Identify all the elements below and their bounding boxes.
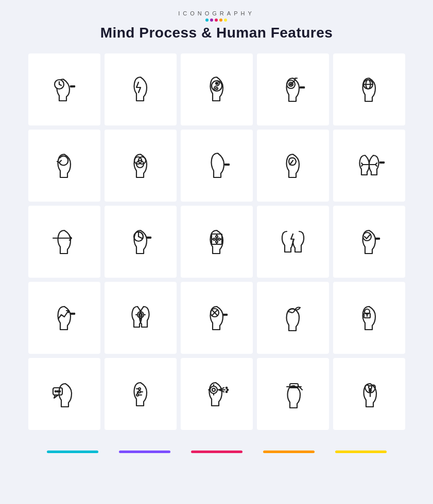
dot-5 (224, 19, 227, 22)
footer-bar-orange (263, 451, 315, 453)
icon-hat-mind[interactable] (257, 358, 329, 430)
icon-gear-mind[interactable] (105, 282, 177, 354)
svg-point-78 (138, 391, 141, 393)
svg-point-81 (212, 388, 215, 391)
icon-thunder-brain[interactable] (105, 53, 177, 125)
svg-point-12 (290, 84, 291, 85)
dot-1 (205, 19, 209, 22)
icon-global-mind[interactable] (333, 53, 405, 125)
icon-circles-mind[interactable] (105, 130, 177, 202)
icon-growth-mind[interactable] (28, 282, 100, 354)
dot-4 (219, 19, 222, 22)
icon-thunder-heart-mind[interactable] (257, 206, 329, 278)
icon-compare-minds[interactable] (333, 130, 405, 202)
icon-bird-mind[interactable] (257, 282, 329, 354)
icon-cancel-mind[interactable] (181, 282, 253, 354)
icon-flower-mind[interactable] (333, 358, 405, 430)
footer-bar-pink (191, 451, 243, 453)
icon-nature-mind[interactable] (257, 130, 329, 202)
svg-point-63 (226, 314, 227, 315)
brand-dots (205, 19, 227, 22)
svg-point-43 (213, 238, 215, 240)
svg-point-24 (228, 164, 229, 165)
icon-arrow-mind[interactable] (28, 206, 100, 278)
svg-point-7 (216, 82, 218, 84)
svg-point-77 (138, 388, 141, 390)
icon-side-face[interactable] (181, 130, 253, 202)
svg-point-42 (216, 241, 218, 243)
icon-check-mind[interactable] (333, 206, 405, 278)
footer-bar-cyan (47, 451, 98, 453)
dot-2 (210, 19, 213, 22)
svg-point-90 (227, 389, 228, 390)
icon-lock-mind[interactable] (333, 282, 405, 354)
svg-point-80 (210, 386, 217, 393)
footer-bar-purple (119, 451, 170, 453)
icon-refresh-mind[interactable] (28, 130, 100, 202)
svg-point-79 (136, 394, 138, 396)
svg-line-25 (290, 160, 293, 165)
icon-gear-process-mind[interactable] (181, 358, 253, 430)
svg-point-15 (303, 87, 304, 88)
svg-point-53 (139, 313, 142, 316)
icon-puzzle-mind[interactable] (181, 206, 253, 278)
svg-line-33 (138, 237, 143, 239)
svg-point-5 (73, 86, 74, 87)
page-header: ICONOGRAPHY Mind Process & Human Feature… (100, 10, 333, 41)
svg-point-69 (57, 391, 58, 392)
svg-point-51 (73, 313, 74, 314)
icon-time-mind[interactable] (28, 53, 100, 125)
svg-point-8 (216, 87, 218, 89)
footer-bars (47, 451, 387, 453)
icon-speech-mind[interactable] (28, 358, 100, 430)
icon-yinyang-mind[interactable] (181, 53, 253, 125)
svg-point-98 (369, 386, 372, 389)
icon-circuit-mind[interactable] (105, 358, 177, 430)
svg-point-29 (383, 162, 384, 163)
dot-3 (215, 19, 218, 22)
svg-point-70 (59, 391, 60, 392)
svg-point-48 (378, 238, 379, 239)
svg-point-68 (55, 391, 56, 392)
icon-target-mind[interactable] (257, 53, 329, 125)
icon-pie-mind[interactable] (105, 206, 177, 278)
footer-bar-yellow (335, 451, 387, 453)
svg-point-41 (216, 236, 218, 238)
page-title: Mind Process & Human Features (100, 25, 333, 41)
svg-point-91 (226, 391, 227, 392)
icon-grid (28, 53, 405, 430)
svg-point-89 (226, 387, 227, 388)
svg-point-36 (149, 237, 150, 238)
brand-name: ICONOGRAPHY (178, 10, 255, 16)
svg-point-44 (218, 238, 220, 240)
